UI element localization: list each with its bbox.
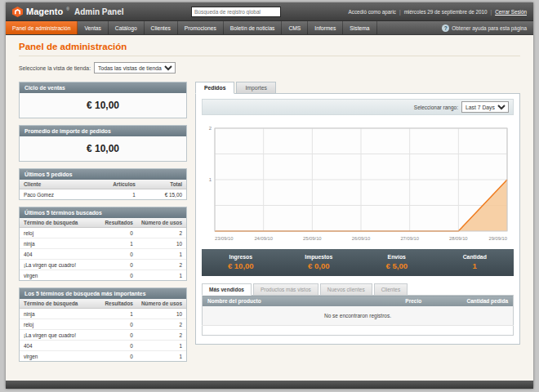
svg-text:25/09/10: 25/09/10	[303, 236, 322, 241]
table-cell: 2	[137, 330, 186, 341]
table-cell: ninja	[20, 309, 100, 319]
table-row[interactable]: reloj02	[20, 228, 186, 238]
grid-tabs: Más vendidos Productos más vistos Nuevos…	[202, 283, 514, 296]
table-cell: 0	[100, 341, 137, 351]
table-row[interactable]: ninja110	[20, 309, 186, 319]
date-text: miércoles 29 de septiembre de 2010	[404, 9, 488, 15]
store-view-label: Seleccione la vista de tienda:	[19, 65, 91, 71]
top-search-terms-table: Término de búsqueda Resultados Número de…	[20, 299, 186, 361]
table-cell: 404	[20, 249, 100, 260]
nav-item-catalog[interactable]: Catálogo	[109, 21, 145, 34]
column-header: Nombre del producto	[203, 296, 383, 307]
stat-label: Cantidad	[436, 254, 514, 260]
table-row[interactable]: virgen01	[20, 351, 186, 362]
tab-new-customers[interactable]: Nuevos clientes	[320, 283, 372, 296]
dashboard-left-column: Ciclo de ventas € 10,00 Promedio de impo…	[19, 82, 187, 362]
separator: |	[399, 9, 401, 15]
global-search-input[interactable]	[191, 7, 281, 17]
magento-logo-icon	[12, 7, 23, 17]
nav-item-cms[interactable]: CMS	[282, 21, 308, 34]
card-title: Promedio de importe de pedidos	[20, 126, 186, 136]
tab-customers[interactable]: Clientes	[374, 283, 408, 296]
stat-label: Ingresos	[202, 254, 280, 260]
stat-value: 1	[436, 261, 514, 270]
brand-suffix: Admin Panel	[74, 7, 124, 16]
tab-bestsellers[interactable]: Más vendidos	[202, 283, 252, 296]
nav-item-system[interactable]: Sistema	[343, 21, 376, 34]
column-header: Cantidad pedida	[426, 296, 513, 307]
dashboard-columns: Ciclo de ventas € 10,00 Promedio de impo…	[19, 82, 520, 362]
column-header: Resultados	[100, 218, 137, 228]
nav-item-newsletter[interactable]: Boletín de noticias	[224, 21, 283, 34]
last-search-terms-card: Últimos 5 términos buscados Término de b…	[19, 207, 187, 281]
tab-orders[interactable]: Pedidos	[195, 82, 234, 94]
stat-quantity: Cantidad 1	[436, 254, 514, 270]
table-row[interactable]: reloj02	[20, 319, 186, 330]
last-orders-card: Últimos 5 pedidos Cliente Artículos Tota…	[19, 168, 187, 200]
table-cell: reloj	[20, 228, 100, 238]
nav-item-customers[interactable]: Clientes	[145, 21, 178, 34]
range-label: Seleccionar rango:	[414, 105, 458, 110]
table-row[interactable]: ¡La virgen que cuadro!02	[20, 330, 186, 341]
registered-mark: ®	[66, 7, 69, 11]
svg-text:23/09/10: 23/09/10	[215, 236, 234, 241]
empty-message: No se encontraron registros.	[203, 306, 514, 326]
nav-item-sales[interactable]: Ventas	[78, 21, 108, 34]
table-cell: 1	[137, 270, 186, 281]
table-cell: 0	[100, 319, 137, 330]
nav-item-reports[interactable]: Informes	[308, 21, 343, 34]
brand-name: Magento	[26, 7, 63, 16]
table-cell: virgen	[20, 351, 100, 362]
table-row[interactable]: 40401	[20, 249, 186, 260]
table-cell: virgen	[20, 270, 100, 281]
column-header: Resultados	[100, 299, 137, 309]
table-cell: 1	[100, 238, 137, 249]
stat-label: Envíos	[358, 254, 436, 260]
bestsellers-table: Nombre del producto Precio Cantidad pedi…	[202, 295, 514, 336]
store-view-select[interactable]: Todas las vistas de tienda	[94, 62, 176, 74]
table-cell: 2	[137, 319, 186, 330]
table-cell: 1	[137, 351, 186, 362]
footer-bar	[6, 381, 533, 389]
table-cell: 2	[137, 228, 186, 238]
table-cell: 404	[20, 341, 100, 351]
stat-label: Impuestos	[280, 254, 359, 260]
last-search-terms-table: Término de búsqueda Resultados Número de…	[20, 218, 186, 280]
totals-bar: Ingresos € 10,00 Impuestos € 0,00 Envíos…	[202, 249, 514, 276]
tab-amounts[interactable]: Importes	[236, 82, 275, 94]
table-cell: Paco Gomez	[20, 189, 103, 200]
table-cell: 10	[137, 238, 186, 249]
stat-shipping: Envíos € 5,00	[358, 254, 436, 270]
table-row[interactable]: Paco Gomez1€ 15,00	[20, 189, 186, 200]
svg-text:26/09/10: 26/09/10	[352, 236, 371, 241]
column-header: Término de búsqueda	[20, 299, 100, 309]
logout-link[interactable]: Cerrar Sesión	[495, 9, 527, 15]
table-cell: ¡La virgen que cuadro!	[20, 260, 100, 270]
table-cell: ¡La virgen que cuadro!	[20, 330, 100, 341]
table-cell: 0	[100, 260, 137, 270]
table-row[interactable]: virgen01	[20, 270, 186, 281]
nav-item-promotions[interactable]: Promociones	[178, 21, 224, 34]
column-header: Total	[140, 180, 186, 189]
column-header: Cliente	[20, 180, 103, 189]
tab-most-viewed[interactable]: Productos más vistos	[253, 283, 318, 296]
svg-text:27/09/10: 27/09/10	[400, 236, 419, 241]
table-row[interactable]: ¡La virgen que cuadro!02	[20, 260, 186, 270]
range-select[interactable]: Last 7 Days	[461, 101, 509, 113]
store-switcher: Seleccione la vista de tienda: Todas las…	[19, 62, 520, 74]
range-bar: Seleccionar rango: Last 7 Days	[202, 99, 514, 115]
table-row[interactable]: ninja110	[20, 238, 186, 249]
svg-text:29/09/10: 29/09/10	[488, 236, 507, 241]
table-row[interactable]: 40401	[20, 341, 186, 351]
card-title: Ciclo de ventas	[20, 82, 186, 93]
help-link[interactable]: ? Obtener ayuda para esta página	[435, 21, 533, 34]
column-header: Artículos	[103, 180, 140, 189]
logged-in-text: Accedió como aparic	[349, 9, 396, 15]
column-header: Número de usos	[137, 299, 186, 309]
table-cell: 1	[100, 309, 137, 319]
stat-tax: Impuestos € 0,00	[280, 254, 359, 270]
header-bar: Magento ® Admin Panel Accedió como apari…	[6, 2, 533, 21]
nav-item-dashboard[interactable]: Panel de administración	[6, 21, 78, 34]
stat-value: € 0,00	[280, 261, 359, 270]
table-cell: € 15,00	[140, 189, 186, 200]
